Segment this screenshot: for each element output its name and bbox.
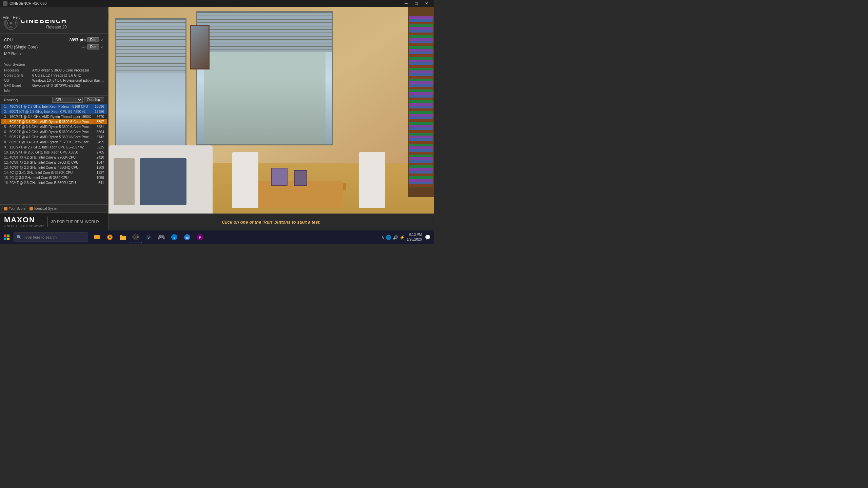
rank-description: 6C/12T @ 3.6 GHz, AMD Ryzen 5 3600 6-Cor… bbox=[9, 120, 92, 124]
volume-icon[interactable]: 🔊 bbox=[393, 235, 398, 240]
taskbar-app-qbittorrent[interactable]: qB bbox=[181, 231, 193, 243]
minimize-button[interactable]: ─ bbox=[401, 0, 411, 6]
ranking-item-10[interactable]: 10. 12C/24T @ 2.66 GHz, Intel Xeon CPU X… bbox=[1, 150, 107, 155]
rank-score: 541 bbox=[92, 181, 104, 185]
left-panel: File Help CINEBENCH Release 20 CPU 3897 … bbox=[0, 7, 108, 230]
notification-button[interactable]: 💬 bbox=[424, 233, 431, 241]
ranking-item-3[interactable]: 3. 16C/32T @ 3.4 GHz, AMD Ryzen Threadri… bbox=[1, 114, 107, 119]
bookshelf-books bbox=[409, 16, 433, 187]
rank-score: 3455 bbox=[92, 140, 104, 144]
rank-number: 8. bbox=[4, 140, 9, 144]
ranking-item-6[interactable]: 6. 6C/12T @ 4.2 GHz, AMD Ryzen 5 3600 6-… bbox=[1, 129, 107, 135]
ranking-item-5[interactable]: 5. 6C/12T @ 3.6 GHz, AMD Ryzen 5 3600 6-… bbox=[1, 124, 107, 129]
rank-number: 14. bbox=[4, 171, 9, 175]
rank-score: 6670 bbox=[92, 115, 104, 119]
svg-rect-9 bbox=[94, 236, 97, 237]
instruction-text: Click on one of the 'Run' buttons to sta… bbox=[222, 220, 320, 225]
ranking-item-1[interactable]: 1. 48C/96T @ 2.7 GHz, Intel Xeon Platinu… bbox=[1, 104, 107, 109]
rank-description: 6C/12T @ 4.1 GHz, AMD Ryzen 5 3600 6-Cor… bbox=[9, 135, 92, 139]
chair-right bbox=[359, 152, 385, 208]
rank-number: 10. bbox=[4, 150, 9, 154]
svg-text:P: P bbox=[199, 236, 201, 239]
instruction-highlight: 'Run' buttons bbox=[262, 220, 291, 225]
rank-number: 16. bbox=[4, 181, 9, 185]
rank-number: 11. bbox=[4, 156, 9, 159]
os-value: Windows 10, 64 Bit, Professional Edition… bbox=[32, 79, 104, 82]
app-icon bbox=[3, 1, 7, 6]
processor-key: Processor bbox=[4, 68, 29, 72]
taskbar-app-gamepad[interactable]: 🎮 bbox=[155, 231, 167, 243]
rank-number: 5. bbox=[4, 125, 9, 129]
taskbar: 🔍 Type here to search bbox=[0, 230, 434, 244]
ranking-item-15[interactable]: 15. 4C @ 3.3 GHz, Intel Core i5-3550 CPU… bbox=[1, 175, 107, 180]
rank-description: 12C/24T @ 2.66 GHz, Intel Xeon CPU X5650 bbox=[9, 150, 92, 154]
ranking-item-7[interactable]: 7. 6C/12T @ 4.1 GHz, AMD Ryzen 5 3600 6-… bbox=[1, 135, 107, 140]
chevron-up-icon[interactable]: ∧ bbox=[381, 235, 384, 240]
cpu-label: CPU bbox=[4, 38, 13, 42]
rank-description: 4C @ 3.41 GHz, Intel Core i5-3570K CPU bbox=[9, 171, 92, 175]
taskbar-app-files[interactable] bbox=[91, 231, 103, 243]
rank-number: 3. bbox=[4, 115, 9, 119]
maximize-button[interactable]: □ bbox=[412, 0, 421, 6]
cpu-actions: 3897 pts Run ✓ bbox=[70, 37, 104, 42]
svg-point-17 bbox=[135, 236, 137, 238]
search-placeholder: Type here to search bbox=[24, 235, 57, 239]
maxon-sub: A NEMETSCHEK COMPANY bbox=[4, 224, 44, 228]
taskbar-app-cinebench[interactable] bbox=[130, 231, 142, 243]
taskbar-clock[interactable]: 8:13 PM 1/20/2020 bbox=[407, 232, 422, 242]
menu-help[interactable]: Help bbox=[13, 15, 21, 19]
close-button[interactable]: ✕ bbox=[422, 0, 431, 6]
rank-description: 6C/12T @ 3.6 GHz, AMD Ryzen 5 3600 6-Cor… bbox=[9, 125, 92, 129]
rank-description: 6C/12T @ 4.2 GHz, AMD Ryzen 5 3600 6-Cor… bbox=[9, 130, 92, 134]
ranking-item-9[interactable]: 9. 12C/24T @ 2.7 GHz, Intel Xeon CPU E5-… bbox=[1, 145, 107, 150]
chair-left bbox=[232, 152, 258, 208]
taskbar-right: ∧ 🌐 🔊 ⚡ 8:13 PM 1/20/2020 💬 bbox=[381, 232, 434, 242]
cpu-run-button[interactable]: Run bbox=[87, 37, 99, 42]
painting-image bbox=[191, 26, 209, 68]
start-button[interactable] bbox=[0, 230, 14, 244]
rank-description: 4C/8T @ 4.2 GHz, Intel Core i7-7700K CPU bbox=[9, 156, 92, 159]
taskbar-app-firefox[interactable] bbox=[104, 231, 116, 243]
center-blinds bbox=[197, 12, 332, 52]
ranking-item-12[interactable]: 12. 4C/8T @ 2.6 GHz, Intel Core i7-6700H… bbox=[1, 160, 107, 165]
details-button[interactable]: Details ▶ bbox=[84, 97, 104, 102]
search-icon: 🔍 bbox=[17, 235, 22, 240]
ranking-item-11[interactable]: 11. 4C/8T @ 4.2 GHz, Intel Core i7-7700K… bbox=[1, 155, 107, 160]
bookshelf bbox=[408, 7, 434, 197]
ranking-item-14[interactable]: 14. 4C @ 3.41 GHz, Intel Core i5-3570K C… bbox=[1, 170, 107, 175]
svg-rect-8 bbox=[94, 235, 100, 239]
ranking-list[interactable]: 1. 48C/96T @ 2.7 GHz, Intel Xeon Platinu… bbox=[0, 104, 108, 204]
rank-score: 3225 bbox=[92, 145, 104, 149]
rank-number: 12. bbox=[4, 161, 9, 164]
taskbar-app-extra[interactable]: P bbox=[194, 231, 206, 243]
left-blinds bbox=[116, 19, 185, 73]
taskbar-search[interactable]: 🔍 Type here to search bbox=[14, 232, 88, 242]
cores-row: Cores x GHz 6 Cores, 12 Threads @ 3.6 GH… bbox=[4, 73, 104, 78]
ranking-item-13[interactable]: 13. 4C/8T @ 2.3 GHz, Intel Core i7-4850H… bbox=[1, 165, 107, 170]
ranking-item-16[interactable]: 16. 2C/4T @ 2.3 GHz, Intel Core i5-5300U… bbox=[1, 180, 107, 185]
rank-description: 4C/8T @ 2.6 GHz, Intel Core i7-6700HQ CP… bbox=[9, 161, 92, 164]
ranking-item-2[interactable]: 2. 60C/120T @ 2.8 GHz, Intel Xeon CPU E7… bbox=[1, 109, 107, 114]
rank-description: 4C/8T @ 2.3 GHz, Intel Core i7-4850HQ CP… bbox=[9, 166, 92, 169]
maxon-tagline: 3D FOR THE REAL WORLD bbox=[51, 220, 99, 224]
your-score-dot bbox=[4, 207, 7, 210]
taskbar-app-steam[interactable]: S bbox=[142, 231, 155, 243]
svg-rect-7 bbox=[7, 238, 9, 240]
cpu-single-run-button[interactable]: Run bbox=[87, 44, 99, 49]
rank-score: 1647 bbox=[92, 161, 104, 164]
processor-value: AMD Ryzen 5 3600 6-Core Processor bbox=[32, 68, 104, 72]
cpu-single-actions: --- Run ✓ bbox=[82, 44, 104, 49]
window-controls[interactable]: ─ □ ✕ bbox=[401, 0, 431, 6]
taskbar-app-folder[interactable] bbox=[117, 231, 129, 243]
ranking-item-4[interactable]: 4. 6C/12T @ 3.6 GHz, AMD Ryzen 5 3600 6-… bbox=[1, 119, 107, 124]
svg-point-12 bbox=[109, 236, 111, 238]
info-key: Info bbox=[4, 89, 29, 93]
instruction-bar: Click on one of the 'Run' buttons to sta… bbox=[108, 214, 434, 230]
rank-description: 60C/120T @ 2.8 GHz, Intel Xeon CPU E7-48… bbox=[9, 110, 92, 114]
menu-file[interactable]: File bbox=[3, 15, 9, 19]
ranking-dropdown[interactable]: CPU CPU (Single Core) bbox=[52, 97, 83, 103]
taskbar-app-edge[interactable]: e bbox=[168, 231, 180, 243]
ranking-item-8[interactable]: 8. 8C/16T @ 3.4 GHz, AMD Ryzen 7 1700X E… bbox=[1, 140, 107, 145]
clock-time: 8:13 PM bbox=[407, 232, 422, 237]
main-render-area: www.renderbaron.de bbox=[108, 7, 434, 230]
